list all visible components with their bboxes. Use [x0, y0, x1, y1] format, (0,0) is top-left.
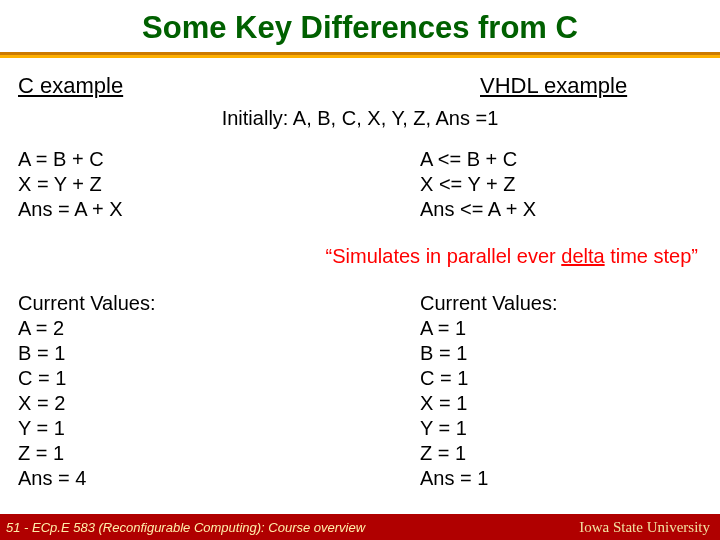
value-line: B = 1 [18, 341, 300, 366]
slide-footer: 51 - ECp.E 583 (Reconfigurable Computing… [0, 514, 720, 540]
c-code-line: A = B + C [18, 147, 300, 172]
vhdl-code-line: Ans <= A + X [420, 197, 702, 222]
value-line: C = 1 [18, 366, 300, 391]
sim-delta: delta [561, 245, 604, 267]
vhdl-current-values: Current Values: A = 1 B = 1 C = 1 X = 1 … [300, 291, 702, 491]
vhdl-code-line: A <= B + C [420, 147, 702, 172]
values-header: Current Values: [420, 291, 702, 316]
sim-text-pre: “Simulates in parallel ever [326, 245, 562, 267]
value-line: Ans = 4 [18, 466, 300, 491]
title-rule [0, 52, 720, 58]
value-line: Z = 1 [420, 441, 702, 466]
c-code-line: Ans = A + X [18, 197, 300, 222]
value-line: Z = 1 [18, 441, 300, 466]
c-code-line: X = Y + Z [18, 172, 300, 197]
c-code-block: A = B + C X = Y + Z Ans = A + X [18, 147, 300, 222]
vhdl-code-line: X <= Y + Z [420, 172, 702, 197]
vhdl-example-label: VHDL example [480, 72, 702, 100]
value-line: A = 1 [420, 316, 702, 341]
vhdl-code-block: A <= B + C X <= Y + Z Ans <= A + X [300, 147, 702, 222]
value-line: C = 1 [420, 366, 702, 391]
footer-right: Iowa State University [579, 519, 710, 536]
value-line: B = 1 [420, 341, 702, 366]
footer-left: 51 - ECp.E 583 (Reconfigurable Computing… [6, 520, 365, 535]
simulation-note: “Simulates in parallel ever delta time s… [18, 244, 702, 269]
c-example-label: C example [18, 72, 360, 100]
value-line: X = 1 [420, 391, 702, 416]
value-line: Y = 1 [18, 416, 300, 441]
c-current-values: Current Values: A = 2 B = 1 C = 1 X = 2 … [18, 291, 300, 491]
sim-text-post: time step” [605, 245, 698, 267]
value-line: Y = 1 [420, 416, 702, 441]
values-header: Current Values: [18, 291, 300, 316]
value-line: Ans = 1 [420, 466, 702, 491]
slide-title: Some Key Differences from C [0, 0, 720, 46]
initial-values: Initially: A, B, C, X, Y, Z, Ans =1 [18, 106, 702, 131]
value-line: A = 2 [18, 316, 300, 341]
value-line: X = 2 [18, 391, 300, 416]
